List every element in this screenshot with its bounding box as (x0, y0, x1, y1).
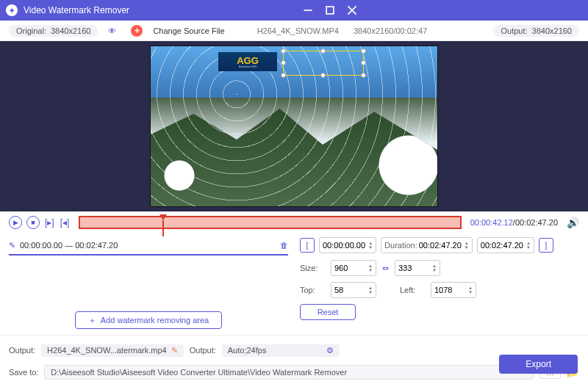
edit-icon: ✎ (9, 241, 15, 250)
area-range: 00:00:00.00 — 00:02:47.20 (20, 241, 118, 250)
start-time-field[interactable]: 00:00:00.00 ▲▼ (319, 237, 376, 253)
handle-bottom-left[interactable] (281, 73, 286, 78)
handle-top-left[interactable] (281, 48, 286, 54)
delete-area-icon[interactable]: 🗑 (280, 241, 288, 250)
selection-box[interactable] (283, 51, 364, 76)
handle-left-mid[interactable] (281, 60, 286, 65)
save-to-label: Save to: (9, 368, 38, 377)
output-filename: H264_4K_SNOW...atermark.mp4✎ (41, 344, 184, 357)
output-format-label: Output: (190, 346, 216, 355)
link-aspect-icon[interactable]: ⇔ (382, 264, 389, 273)
plus-icon: ＋ (88, 315, 96, 326)
width-field[interactable]: 960▲▼ (331, 260, 376, 276)
output-resolution: Output: 3840x2160 (493, 25, 579, 37)
prev-frame-button[interactable]: [▸] (44, 217, 55, 228)
height-field[interactable]: 333▲▼ (395, 260, 440, 276)
reset-button[interactable]: Reset (300, 304, 356, 320)
app-icon: ✦ (6, 4, 18, 16)
properties-panel: [ 00:00:00.00 ▲▼ Duration: 00:02:47.20 ▲… (300, 236, 579, 329)
stop-button[interactable]: ■ (26, 216, 40, 229)
play-button[interactable]: ▶ (9, 216, 22, 229)
preview-stage: AGG AnimationGG (0, 41, 588, 211)
duration-field[interactable]: Duration: 00:02:47.20 ▲▼ (381, 237, 473, 253)
svg-rect-1 (326, 7, 334, 14)
top-field[interactable]: 58▲▼ (331, 282, 376, 298)
save-path-field[interactable]: D:\Aiseesoft Studio\Aiseesoft Video Conv… (44, 365, 534, 380)
next-frame-button[interactable]: [◂] (60, 217, 71, 228)
top-label: Top: (300, 286, 325, 294)
preview-toggle-icon[interactable]: 👁 (108, 26, 116, 35)
handle-top-right[interactable] (361, 48, 366, 54)
areas-panel: ✎ 00:00:00.00 — 00:02:47.20 🗑 ＋ Add wate… (9, 236, 288, 329)
end-time-field[interactable]: 00:02:47.20 ▲▼ (477, 237, 534, 253)
watermark-sample: AGG AnimationGG (218, 52, 277, 71)
set-out-button[interactable]: ] (539, 238, 553, 253)
add-area-button[interactable]: ＋ Add watermark removing area (75, 311, 222, 329)
settings-icon[interactable]: ⚙ (326, 346, 334, 355)
handle-bottom-mid[interactable] (320, 73, 326, 78)
handle-bottom-right[interactable] (361, 73, 366, 78)
rename-icon[interactable]: ✎ (171, 346, 178, 355)
maximize-icon[interactable] (325, 5, 335, 15)
export-button[interactable]: Export (499, 355, 578, 374)
playhead[interactable] (159, 214, 167, 220)
left-field[interactable]: 1078▲▼ (431, 282, 476, 298)
handle-top-mid[interactable] (320, 48, 326, 54)
source-meta: 3840x2160/00:02:47 (354, 26, 427, 35)
step-down-icon[interactable]: ▼ (368, 245, 373, 250)
area-item[interactable]: ✎ 00:00:00.00 — 00:02:47.20 🗑 (9, 236, 288, 254)
set-in-button[interactable]: [ (300, 238, 315, 253)
handle-right-mid[interactable] (361, 60, 366, 65)
video-preview[interactable]: AGG AnimationGG (150, 46, 438, 207)
close-icon[interactable] (347, 5, 357, 15)
transport-bar: ▶ ■ [▸] [◂] 00:00:42.12/00:02:47.20 🔊 (0, 211, 588, 233)
timeline-slider[interactable] (79, 216, 461, 229)
output-file-label: Output: (9, 346, 35, 355)
output-format[interactable]: Auto;24fps⚙ (222, 344, 340, 357)
title-bar: ✦ Video Watermark Remover (0, 0, 588, 21)
source-bar: Original: 3840x2160 👁 + Change Source Fi… (0, 21, 588, 41)
time-display: 00:00:42.12/00:02:47.20 (470, 218, 558, 227)
source-filename: H264_4K_SNOW.MP4 (257, 26, 339, 35)
change-source-button[interactable]: Change Source File (153, 26, 224, 35)
original-resolution: Original: 3840x2160 (9, 25, 98, 37)
add-source-icon[interactable]: + (131, 25, 143, 37)
left-label: Left: (400, 286, 425, 294)
minimize-icon[interactable] (303, 5, 313, 15)
size-label: Size: (300, 264, 325, 272)
app-title: Video Watermark Remover (24, 5, 129, 15)
volume-icon[interactable]: 🔊 (567, 217, 579, 228)
